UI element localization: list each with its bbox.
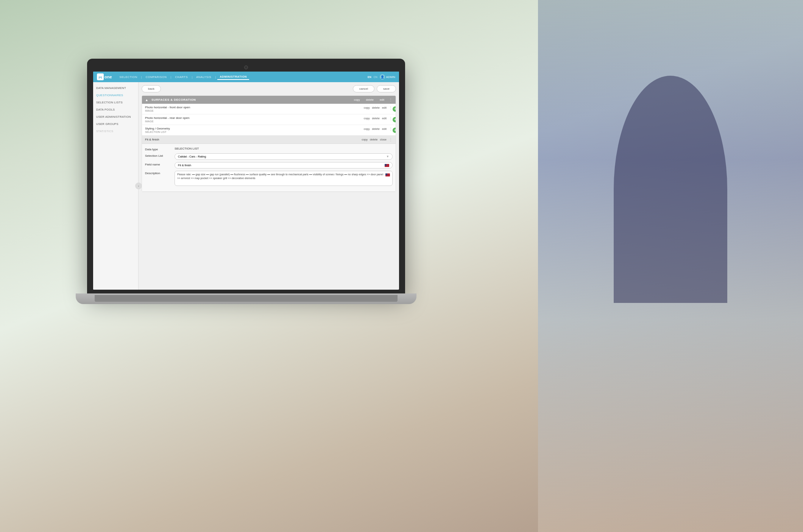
section-delete[interactable]: delete: [364, 98, 375, 102]
logo: pq one: [97, 73, 112, 80]
sidebar-item-user-administration[interactable]: USER ADMINISTRATION: [93, 113, 138, 120]
nav-right: EN CN 👤 ADMIN: [368, 74, 395, 80]
question-2-info: Photo horizontal - rear door open IMAGE: [145, 116, 361, 123]
form-row-description: Description Please rate: ••• gap size ••…: [145, 171, 393, 186]
question-2-actions: copy delete edit ⋮: [364, 116, 393, 120]
q3-edit[interactable]: edit: [382, 127, 387, 131]
main-content: back cancel save ▲ SURFACES & DECOR: [139, 82, 399, 290]
right-actions: cancel save: [353, 85, 396, 92]
q3-delete[interactable]: delete: [372, 127, 379, 131]
field-name-label: Field name: [145, 162, 172, 166]
question-3-actions: copy delete edit ⋮: [364, 127, 393, 131]
section-drag-handle[interactable]: ⋮: [389, 98, 393, 102]
q3-copy[interactable]: copy: [364, 127, 370, 131]
admin-icon: 👤: [380, 74, 385, 80]
selection-list-dropdown-icon: ▼: [386, 155, 389, 158]
add-after-q2[interactable]: +: [393, 117, 396, 122]
save-button[interactable]: save: [377, 85, 396, 92]
admin-label: ADMIN: [386, 75, 395, 79]
sidebar-item-statistics: STATISTICS: [93, 128, 138, 135]
section-collapse-icon[interactable]: ▲: [145, 98, 148, 102]
selection-list-input[interactable]: Calidat - Cars - Rating ▼: [175, 153, 393, 160]
selection-list-label: Selection List: [145, 153, 172, 158]
laptop-camera: [244, 66, 248, 69]
description-value: Please rate: ••• gap size ••• gap run (p…: [177, 173, 385, 180]
sidebar-item-questionnaires[interactable]: QUESTIONNAIRES: [93, 92, 138, 99]
question-1-info: Photo horizontal - front door open IMAGE: [145, 106, 361, 112]
nav-comparison[interactable]: COMPARISON: [143, 75, 169, 80]
q1-copy[interactable]: copy: [364, 106, 370, 109]
q1-edit[interactable]: edit: [382, 106, 387, 109]
field-name-flag-icon: [385, 164, 389, 167]
question-1-actions: copy delete edit ⋮: [364, 106, 393, 110]
question-row-1: Photo horizontal - front door open IMAGE…: [142, 104, 396, 114]
lang-en[interactable]: EN: [368, 76, 371, 78]
section-header: ▲ SURFACES & DECORATION copy delete edit…: [142, 96, 396, 104]
data-type-label: Data type: [145, 147, 172, 151]
q1-drag-handle[interactable]: ⋮: [389, 106, 393, 110]
question-3-info: Styling / Geometry SELECTION LIST: [145, 127, 361, 133]
q4-drag-handle[interactable]: ⋮: [389, 137, 393, 142]
q4-close[interactable]: close: [380, 138, 387, 141]
question-row-2-inner: Photo horizontal - rear door open IMAGE …: [142, 114, 396, 125]
section-edit[interactable]: edit: [378, 98, 386, 102]
selection-list-value: Calidat - Cars - Rating: [178, 155, 206, 158]
description-label: Description: [145, 171, 172, 175]
nav-selection[interactable]: SELECTION: [117, 75, 140, 80]
q4-copy[interactable]: copy: [362, 138, 368, 141]
body-layout: DATA MANAGEMENT QUESTIONNAIRES SELECTION…: [93, 82, 399, 290]
q2-drag-handle[interactable]: ⋮: [389, 116, 393, 120]
question-2-type: IMAGE: [145, 120, 361, 123]
sidebar-item-data-management[interactable]: DATA MANAGEMENT: [93, 84, 138, 92]
nav-analysis[interactable]: ANALYSIS: [194, 75, 214, 80]
form-row-field-name: Field name Fit & finish: [145, 162, 393, 168]
question-1-name: Photo horizontal - front door open: [145, 106, 361, 109]
top-navigation: pq one SELECTION | COMPARISON | CHARTS |…: [93, 72, 399, 82]
question-3-name: Styling / Geometry: [145, 127, 361, 130]
question-row-1-inner: Photo horizontal - front door open IMAGE…: [142, 104, 396, 114]
section-container: ▲ SURFACES & DECORATION copy delete edit…: [142, 95, 396, 192]
question-4-actions: copy delete close ⋮: [362, 137, 393, 142]
q2-edit[interactable]: edit: [382, 117, 387, 120]
question-row-4-expanded: Fit & finish copy delete close ⋮: [142, 136, 396, 192]
logo-icon: pq: [97, 73, 104, 80]
question-1-type: IMAGE: [145, 109, 361, 112]
sidebar: DATA MANAGEMENT QUESTIONNAIRES SELECTION…: [93, 82, 139, 290]
application: pq one SELECTION | COMPARISON | CHARTS |…: [93, 72, 399, 290]
q2-copy[interactable]: copy: [364, 117, 370, 120]
sidebar-item-data-pools[interactable]: DATA POOLS: [93, 106, 138, 113]
description-flag-icon: [385, 173, 390, 176]
sidebar-item-user-groups[interactable]: USER GROUPS: [93, 120, 138, 128]
section-title: SURFACES & DECORATION: [151, 98, 349, 101]
nav-administration[interactable]: ADMINISTRATION: [217, 74, 249, 80]
question-4-name: Fit & finish: [145, 138, 359, 141]
question-3-type: SELECTION LIST: [145, 131, 361, 133]
back-button[interactable]: back: [142, 85, 161, 92]
logo-text: one: [104, 75, 112, 79]
expanded-form: Data type SELECTION LIST Selection List …: [142, 144, 396, 191]
laptop-keyboard: [95, 295, 398, 302]
field-name-value: Fit & finish: [178, 164, 191, 167]
q4-delete[interactable]: delete: [370, 138, 377, 141]
add-after-q1[interactable]: +: [393, 106, 396, 112]
sidebar-toggle[interactable]: ‹: [135, 183, 142, 189]
nav-charts[interactable]: CHARTS: [173, 75, 190, 80]
section-copy[interactable]: copy: [352, 98, 362, 102]
laptop-frame: pq one SELECTION | COMPARISON | CHARTS |…: [87, 59, 405, 293]
q2-delete[interactable]: delete: [372, 117, 379, 120]
q1-delete[interactable]: delete: [372, 106, 379, 109]
q3-drag-handle[interactable]: ⋮: [389, 127, 393, 131]
question-row-2: Photo horizontal - rear door open IMAGE …: [142, 114, 396, 125]
app-screen: pq one SELECTION | COMPARISON | CHARTS |…: [93, 72, 399, 290]
field-name-input[interactable]: Fit & finish: [175, 162, 393, 168]
cancel-button[interactable]: cancel: [353, 85, 374, 92]
question-row-3: Styling / Geometry SELECTION LIST copy d…: [142, 125, 396, 136]
description-textarea[interactable]: Please rate: ••• gap size ••• gap run (p…: [175, 171, 393, 186]
expanded-header: Fit & finish copy delete close ⋮: [142, 136, 396, 144]
add-after-q3[interactable]: +: [393, 128, 396, 133]
lang-cn[interactable]: CN: [374, 76, 377, 78]
question-row-3-inner: Styling / Geometry SELECTION LIST copy d…: [142, 125, 396, 135]
admin-button[interactable]: 👤 ADMIN: [380, 74, 395, 80]
question-2-name: Photo horizontal - rear door open: [145, 116, 361, 120]
sidebar-item-selection-lists[interactable]: SELECTION LISTS: [93, 99, 138, 106]
